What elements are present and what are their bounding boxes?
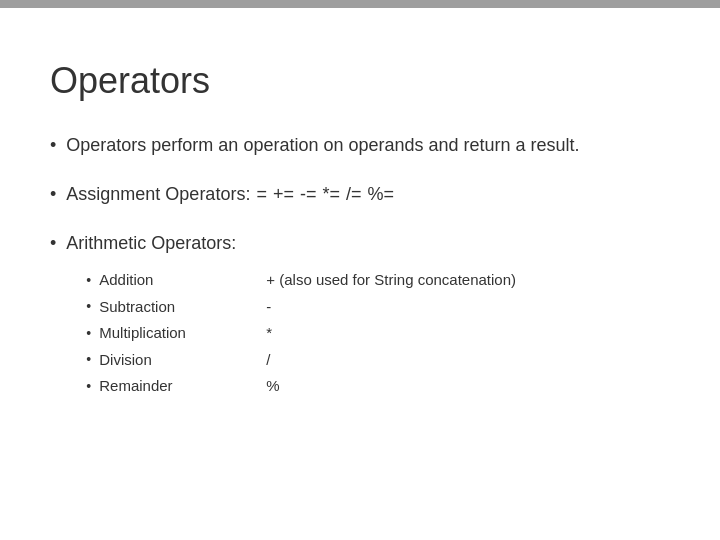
arith-subtraction-symbol: - xyxy=(266,296,516,319)
op-div-assign: /= xyxy=(346,181,362,208)
slide-title: Operators xyxy=(50,60,670,102)
bullet-arithmetic: • Arithmetic Operators: • Addition + (al… xyxy=(50,230,670,398)
op-minus-assign: -= xyxy=(300,181,317,208)
arith-addition-label: Addition xyxy=(99,269,153,292)
operators-intro-text: Operators perform an operation on operan… xyxy=(66,132,579,159)
bullet-dot-1: • xyxy=(50,132,56,159)
arith-addition-symbol: + (also used for String concatenation) xyxy=(266,269,516,292)
op-plus-assign: += xyxy=(273,181,294,208)
arith-subtraction-label: Subtraction xyxy=(99,296,175,319)
arith-remainder-symbol: % xyxy=(266,375,516,398)
op-mod-assign: %= xyxy=(368,181,395,208)
arith-remainder-name: • Remainder xyxy=(86,375,266,398)
op-assign: = xyxy=(256,181,267,208)
arith-addition-name: • Addition xyxy=(86,269,266,292)
arith-division-label: Division xyxy=(99,349,152,372)
top-bar xyxy=(0,0,720,8)
slide: Operators • Operators perform an operati… xyxy=(0,0,720,540)
bullet-operators-intro: • Operators perform an operation on oper… xyxy=(50,132,670,159)
arith-division-symbol: / xyxy=(266,349,516,372)
assignment-label: Assignment Operators: xyxy=(66,181,250,208)
arithmetic-list: • Addition + (also used for String conca… xyxy=(66,269,516,398)
bullet-assignment: • Assignment Operators: = += -= *= /= %= xyxy=(50,181,670,208)
assignment-operators-line: Assignment Operators: = += -= *= /= %= xyxy=(66,181,394,208)
arith-multiplication-name: • Multiplication xyxy=(86,322,266,345)
arith-remainder-label: Remainder xyxy=(99,375,172,398)
arith-bullet-1: • xyxy=(86,270,91,291)
arith-bullet-5: • xyxy=(86,376,91,397)
arithmetic-content: Arithmetic Operators: • Addition + (also… xyxy=(66,230,516,398)
arith-bullet-3: • xyxy=(86,323,91,344)
bullet-dot-2: • xyxy=(50,181,56,208)
slide-content: • Operators perform an operation on oper… xyxy=(50,132,670,398)
arith-multiplication-label: Multiplication xyxy=(99,322,186,345)
arith-division-name: • Division xyxy=(86,349,266,372)
arith-subtraction-name: • Subtraction xyxy=(86,296,266,319)
arithmetic-title: Arithmetic Operators: xyxy=(66,230,516,257)
op-mult-assign: *= xyxy=(322,181,340,208)
arith-multiplication-symbol: * xyxy=(266,322,516,345)
bullet-dot-3: • xyxy=(50,230,56,257)
arith-bullet-2: • xyxy=(86,296,91,317)
arith-bullet-4: • xyxy=(86,349,91,370)
